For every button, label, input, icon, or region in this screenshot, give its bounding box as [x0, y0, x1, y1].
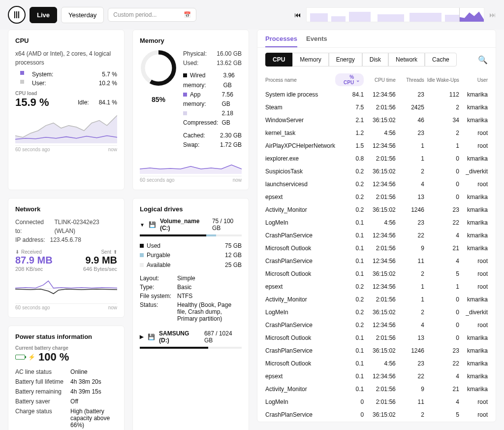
table-row[interactable]: SuspiciosTask0.236:15:0220_diverkit — [257, 165, 496, 178]
calendar-icon: 📅 — [184, 11, 191, 18]
dot-icon — [183, 111, 187, 115]
bolt-icon: ⚡ — [28, 354, 35, 361]
subtab-cpu[interactable]: CPU — [265, 53, 292, 66]
power-title: Power status information — [15, 333, 117, 340]
sort-cpu-pill[interactable]: % CPU⌄ — [335, 73, 364, 86]
search-icon[interactable]: 🔍 — [478, 55, 488, 65]
custom-period-input[interactable]: Custom period... 📅 — [108, 8, 196, 22]
dot-icon — [183, 93, 187, 97]
skip-back-icon[interactable]: ⏮ — [294, 11, 301, 19]
tab-processes[interactable]: Processes — [265, 35, 297, 47]
legend-dot-icon — [20, 71, 24, 75]
memory-title: Memory — [140, 37, 242, 44]
drives-title: Logical drives — [140, 205, 242, 213]
network-chart — [15, 276, 117, 301]
network-card: Network Connected to:TLINK-02342e23 (WLA… — [8, 198, 125, 318]
dot-icon — [140, 253, 144, 257]
table-row[interactable]: LogMeIn0.236:15:0220_diverkit — [257, 306, 496, 319]
table-row[interactable]: epsext0.212:34:5611root — [257, 280, 496, 293]
subtab-energy[interactable]: Energy — [329, 53, 362, 66]
caret-down-icon: ▼ — [140, 222, 145, 228]
live-button[interactable]: Live — [30, 7, 57, 23]
custom-period-placeholder: Custom period... — [113, 11, 157, 18]
cpu-desc: x64 (AMD or Intel), 2 cores, 4 logical p… — [15, 49, 117, 67]
upload-icon: ⬆ — [113, 249, 117, 255]
table-row[interactable]: Microsoft Outlook0.136:15:0225root — [257, 267, 496, 280]
subtab-cache[interactable]: Cache — [425, 53, 457, 66]
caret-right-icon: ▶ — [140, 334, 144, 339]
table-row[interactable]: Activity_Monitor0.236:15:02124623kmarika — [257, 203, 496, 216]
table-row[interactable]: AirPlayXPCHelperNetwork1.512:34:5611root — [257, 139, 496, 152]
dot-icon — [140, 244, 144, 248]
memory-card: Memory 85% Physical:16.00 GB Used:13.62 … — [132, 30, 249, 190]
cpu-card: CPU x64 (AMD or Intel), 2 cores, 4 logic… — [8, 30, 125, 190]
dot-icon — [183, 73, 187, 77]
timeline-graph[interactable]: 24 hrs ago — [306, 7, 484, 22]
drive-d-header[interactable]: ▶ 💾 SAMSUNG (D:) 687 / 1024 GB — [140, 330, 242, 344]
network-title: Network — [15, 205, 117, 213]
table-row[interactable]: LogMeIn02:01:56114root — [257, 396, 496, 408]
subtab-network[interactable]: Network — [388, 53, 425, 66]
table-row[interactable]: kernel_task1.24:56232root — [257, 127, 496, 139]
pause-button[interactable] — [8, 6, 26, 24]
table-row[interactable]: Steam7.52:01:5624252kmarika — [257, 101, 496, 114]
drive-usage-bar — [140, 234, 242, 236]
table-row[interactable]: iexplorer.exe0.82:01:5610kmarika — [257, 152, 496, 165]
table-row[interactable]: System idle process84.112:34:5623112kmar… — [257, 88, 496, 101]
legend-dot-icon — [20, 80, 24, 84]
memory-donut-icon — [140, 49, 177, 87]
processes-panel: Processes Events CPUMemoryEnergyDiskNetw… — [257, 30, 496, 422]
drives-card: Logical drives ▼ 💾 Volume_name (C:) 75 /… — [132, 198, 249, 430]
table-row[interactable]: epsext0.112:34:56224kmarika — [257, 370, 496, 383]
drive-icon: 💾 — [148, 333, 155, 340]
timeline: ⏮ 24 hrs ago ⏭ — [294, 7, 496, 22]
cpu-title: CPU — [15, 37, 117, 44]
table-row[interactable]: launchservicesd0.212:34:5640root — [257, 178, 496, 191]
table-row[interactable]: Microsoft Outlook0.12:01:56921kmarika — [257, 242, 496, 255]
table-row[interactable]: Activity_Monitor0.22:01:5610kmarika — [257, 293, 496, 306]
toolbar: Live Yesterday Custom period... 📅 ⏮ 24 h… — [0, 0, 504, 30]
table-row[interactable]: CrashPlanService0.112:34:56224kmarika — [257, 229, 496, 242]
download-icon: ⬇ — [15, 249, 19, 255]
cpu-load-value: 15.9 % — [15, 96, 49, 109]
drive-c-header[interactable]: ▼ 💾 Volume_name (C:) 75 / 100 GB — [140, 218, 242, 232]
memory-chart — [140, 154, 242, 174]
power-card: Power status information Current battery… — [8, 326, 125, 430]
table-row[interactable]: CrashPlanService036:15:0225root — [257, 408, 496, 421]
drive-icon: 💾 — [149, 221, 156, 228]
chevron-down-icon: ⌄ — [356, 77, 360, 83]
battery-icon — [15, 355, 25, 360]
drive-usage-bar — [140, 347, 242, 349]
table-row[interactable]: Microsoft Outlook0.12:01:56130kmarika — [257, 331, 496, 344]
table-row[interactable]: WindowServer2.136:15:024634kmarika — [257, 114, 496, 127]
yesterday-button[interactable]: Yesterday — [61, 7, 104, 23]
table-row[interactable]: CrashPlanService0.112:34:56114root — [257, 255, 496, 267]
table-row[interactable]: Microsoft Outlook0.14:562322kmarika — [257, 357, 496, 370]
table-row[interactable]: CrashPlanService0.212:34:5640root — [257, 319, 496, 331]
table-row[interactable]: LogMeIn0.14:562322kmarika — [257, 216, 496, 229]
dot-icon — [140, 263, 144, 267]
table-row[interactable]: epsext0.22:01:56130kmarika — [257, 191, 496, 203]
table-row[interactable]: Activity_Monitor0.12:01:56921kmarika — [257, 383, 496, 396]
cpu-chart — [15, 113, 117, 143]
subtab-memory[interactable]: Memory — [292, 53, 328, 66]
tab-events[interactable]: Events — [306, 35, 327, 47]
skip-forward-icon[interactable]: ⏭ — [489, 11, 496, 19]
table-row[interactable]: CrashPlanService0.136:15:02124623kmarika — [257, 344, 496, 357]
subtab-disk[interactable]: Disk — [362, 53, 388, 66]
